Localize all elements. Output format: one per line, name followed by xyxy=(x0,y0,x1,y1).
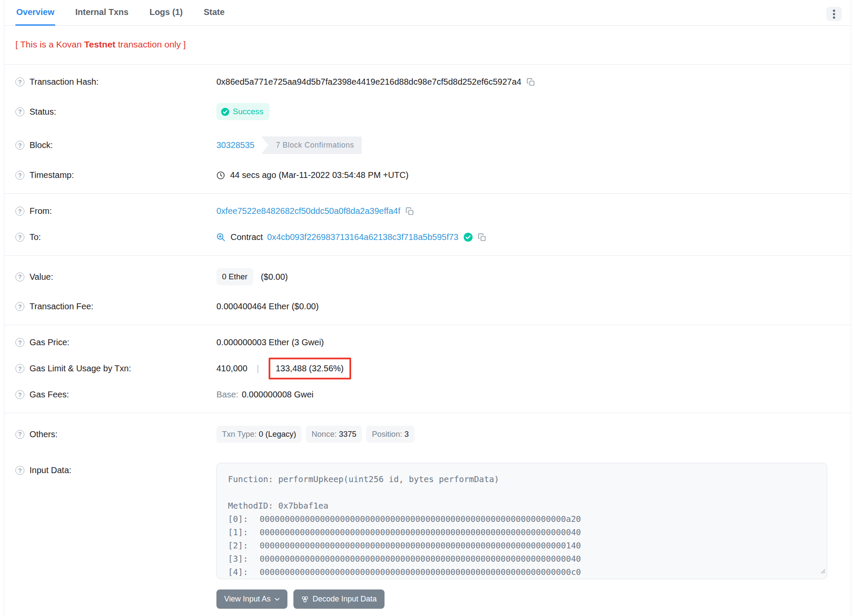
gas-usage-value: 133,488 (32.56%) xyxy=(276,364,344,373)
txn-type-badge: Txn Type: 0 (Legacy) xyxy=(216,426,302,443)
warning-text-suffix: transaction only ] xyxy=(115,39,186,49)
group-addresses: ? From: 0xfee7522e8482682cf50ddc50a0f8da… xyxy=(4,194,851,256)
block-number-link[interactable]: 30328535 xyxy=(216,140,254,150)
word-hex: 0000000000000000000000000000000000000000… xyxy=(260,554,581,564)
word-index: [1]: xyxy=(228,526,260,539)
copy-icon[interactable] xyxy=(478,233,486,242)
input-word-line: [3]:000000000000000000000000000000000000… xyxy=(228,552,816,566)
gas-limit-value: 410,000 xyxy=(216,364,247,373)
word-index: [2]: xyxy=(228,539,260,552)
from-address-link[interactable]: 0xfee7522e8482682cf50ddc50a0f8da2a39effa… xyxy=(216,206,400,216)
copy-icon[interactable] xyxy=(527,78,535,86)
help-icon[interactable]: ? xyxy=(15,364,24,373)
tab-bar: Overview Internal Txns Logs (1) State xyxy=(4,0,851,26)
gas-fees-base-value: 0.000000008 Gwei xyxy=(242,390,314,400)
block-label: Block: xyxy=(30,140,53,150)
word-hex: 0000000000000000000000000000000000000000… xyxy=(260,514,581,524)
tab-logs[interactable]: Logs (1) xyxy=(148,0,183,26)
input-word-line: [2]:000000000000000000000000000000000000… xyxy=(228,539,816,552)
transaction-fee-value: 0.000400464 Ether ($0.00) xyxy=(216,302,319,311)
transaction-hash-value: 0x86ed5a771e725aa94d5b7fa2398e4419e216d8… xyxy=(216,77,521,87)
input-data-textarea[interactable]: Function: performUpkeep(uint256 id, byte… xyxy=(216,463,827,579)
value-amount-badge: 0 Ether xyxy=(216,268,253,285)
help-icon[interactable]: ? xyxy=(15,430,24,439)
testnet-warning: [ This is a Kovan Testnet transaction on… xyxy=(4,26,851,65)
warning-text-bold: Testnet xyxy=(84,39,115,49)
to-contract-prefix: Contract xyxy=(231,232,263,242)
help-icon[interactable]: ? xyxy=(15,338,24,347)
transaction-card: Overview Internal Txns Logs (1) State [ … xyxy=(4,0,851,616)
tab-internal-txns[interactable]: Internal Txns xyxy=(74,0,129,26)
help-icon[interactable]: ? xyxy=(15,77,24,86)
more-options-button[interactable] xyxy=(826,7,842,21)
row-transaction-fee: ? Transaction Fee: 0.000400464 Ether ($0… xyxy=(4,293,851,320)
help-icon[interactable]: ? xyxy=(15,390,24,399)
gas-limit-usage-label: Gas Limit & Usage by Txn: xyxy=(30,364,131,373)
gas-price-label: Gas Price: xyxy=(30,338,69,347)
gas-usage-annotation-box: 133,488 (32.56%) xyxy=(269,358,351,379)
warning-text-prefix: [ This is a Kovan xyxy=(15,39,84,49)
nonce-key: Nonce: xyxy=(311,429,339,438)
help-icon[interactable]: ? xyxy=(15,466,24,475)
tab-overview[interactable]: Overview xyxy=(15,0,55,26)
word-hex: 0000000000000000000000000000000000000000… xyxy=(260,567,581,577)
row-block: ? Block: 30328535 7 Block Confirmations xyxy=(4,128,851,162)
word-index: [3]: xyxy=(228,552,260,566)
clock-icon xyxy=(216,171,225,180)
row-gas-limit-usage: ? Gas Limit & Usage by Txn: 410,000 | 13… xyxy=(4,355,851,382)
gas-fees-label: Gas Fees: xyxy=(30,390,69,400)
zoom-in-icon[interactable] xyxy=(216,233,225,242)
help-icon[interactable]: ? xyxy=(15,302,24,311)
view-input-as-label: View Input As xyxy=(224,595,271,604)
from-label: From: xyxy=(30,206,52,216)
status-badge: Success xyxy=(216,103,269,120)
help-icon[interactable]: ? xyxy=(15,141,24,150)
nonce-badge: Nonce: 3375 xyxy=(306,426,362,443)
decode-input-data-button[interactable]: Decode Input Data xyxy=(293,589,385,609)
input-data-label: Input Data: xyxy=(30,465,71,475)
transaction-hash-label: Transaction Hash: xyxy=(30,77,99,87)
row-input-data: ? Input Data: Function: performUpkeep(ui… xyxy=(4,451,851,616)
view-input-as-button[interactable]: View Input As xyxy=(216,589,287,609)
status-label: Status: xyxy=(30,107,56,117)
transaction-fee-label: Transaction Fee: xyxy=(30,302,93,311)
row-to: ? To: Contract 0x4cb093f226983713164a621… xyxy=(4,224,851,250)
gas-limit-separator: | xyxy=(252,364,263,373)
tab-state[interactable]: State xyxy=(203,0,225,26)
help-icon[interactable]: ? xyxy=(15,171,24,180)
input-word-line: [5]:000000000000000000000000000000000000… xyxy=(228,579,816,579)
help-icon[interactable]: ? xyxy=(15,107,24,116)
nonce-value: 3375 xyxy=(339,429,356,438)
row-transaction-hash: ? Transaction Hash: 0x86ed5a771e725aa94d… xyxy=(4,69,851,95)
value-usd: ($0.00) xyxy=(261,272,288,282)
row-others: ? Others: Txn Type: 0 (Legacy) Nonce: 33… xyxy=(4,418,851,451)
help-icon[interactable]: ? xyxy=(15,233,24,242)
position-value: 3 xyxy=(404,429,408,438)
copy-icon[interactable] xyxy=(405,207,414,216)
word-hex: 0000000000000000000000000000000000000000… xyxy=(260,527,581,537)
row-gas-price: ? Gas Price: 0.000000003 Ether (3 Gwei) xyxy=(4,329,851,355)
value-label: Value: xyxy=(30,272,53,282)
gas-fees-base-label: Base: xyxy=(216,390,238,400)
row-from: ? From: 0xfee7522e8482682cf50ddc50a0f8da… xyxy=(4,198,851,224)
txn-type-value: 0 (Legacy) xyxy=(259,429,296,438)
txn-type-key: Txn Type: xyxy=(222,429,259,438)
check-circle-icon xyxy=(221,108,229,116)
help-icon[interactable]: ? xyxy=(15,207,24,216)
decode-input-data-label: Decode Input Data xyxy=(313,595,377,604)
verified-check-icon xyxy=(464,233,473,242)
input-word-line: [1]:000000000000000000000000000000000000… xyxy=(228,526,816,539)
to-address-link[interactable]: 0x4cb093f226983713164a62138c3f718a5b595f… xyxy=(267,232,459,242)
input-function-line: Function: performUpkeep(uint256 id, byte… xyxy=(228,473,816,486)
input-word-line: [4]:000000000000000000000000000000000000… xyxy=(228,566,816,579)
decode-icon xyxy=(301,595,309,603)
word-index: [0]: xyxy=(228,512,260,526)
others-label: Others: xyxy=(30,429,58,439)
row-value: ? Value: 0 Ether ($0.00) xyxy=(4,260,851,293)
chevron-down-icon xyxy=(275,598,280,601)
help-icon[interactable]: ? xyxy=(15,272,24,281)
position-key: Position: xyxy=(372,429,404,438)
timestamp-label: Timestamp: xyxy=(30,170,74,180)
kebab-icon xyxy=(833,9,835,19)
resize-handle[interactable] xyxy=(820,564,825,578)
